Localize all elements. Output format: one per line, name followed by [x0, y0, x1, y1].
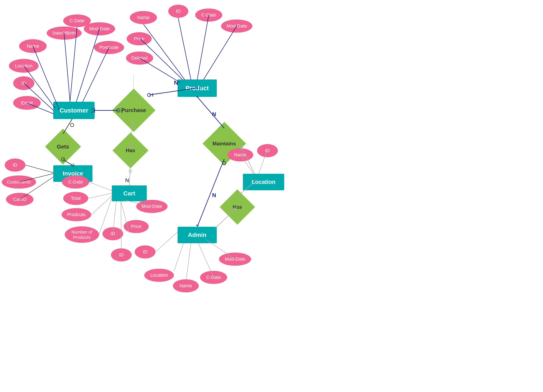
attr-customer-moddate: Mod-Date	[84, 22, 115, 35]
attr-cart-price: Price	[124, 220, 149, 233]
attr-admin-name: Name	[173, 279, 199, 293]
attr-admin-id-top: ID	[135, 245, 155, 259]
attr-admin-cdate: C-Date	[200, 271, 227, 284]
attr-customer-postcode: Postcode	[94, 41, 124, 54]
attr-product-moddate: Mod-Date	[221, 20, 252, 33]
attr-cart-numproducts: Number of Products	[65, 226, 99, 243]
attr-product-deleted: Deleted	[126, 51, 153, 65]
attr-location-name: Name	[227, 148, 253, 161]
attr-customer-id: ID	[13, 76, 34, 90]
attr-cart-cdate: C-Date	[62, 176, 89, 188]
attr-location-id: ID	[257, 144, 278, 157]
entity-admin: Admin	[178, 227, 217, 243]
entity-product: Product	[178, 79, 217, 97]
attr-product-price: Price	[127, 32, 152, 45]
attr-invoice-cartid: CartID	[6, 193, 34, 206]
entity-customer: Customer	[53, 102, 95, 119]
attr-product-id: ID	[168, 5, 188, 18]
attr-invoice-id: ID	[5, 159, 25, 172]
attr-customer-location: Location	[9, 59, 39, 73]
attr-product-cdate: C-Date	[195, 8, 222, 22]
attr-admin-location: Location	[144, 269, 174, 282]
attr-cart-prodcuts: Prodcuts	[62, 208, 91, 221]
entity-cart: Cart	[112, 185, 147, 201]
attr-product-name: Name	[130, 11, 157, 24]
attr-customer-name: Name	[19, 39, 47, 53]
attr-customer-email: Email	[13, 96, 41, 110]
attr-cart-id: ID	[102, 227, 123, 240]
attr-invoice-customerid: CustomerID	[2, 176, 36, 188]
attr-customer-dob: DateOfBirth	[47, 27, 82, 40]
attr-cart-id2: ID	[111, 248, 132, 261]
attr-cart-total: Total	[63, 192, 88, 205]
attr-cart-moddate: Mod-Date	[136, 200, 168, 213]
entity-location: Location	[243, 174, 284, 190]
attr-admin-moddate: Mod-Date	[219, 253, 251, 266]
